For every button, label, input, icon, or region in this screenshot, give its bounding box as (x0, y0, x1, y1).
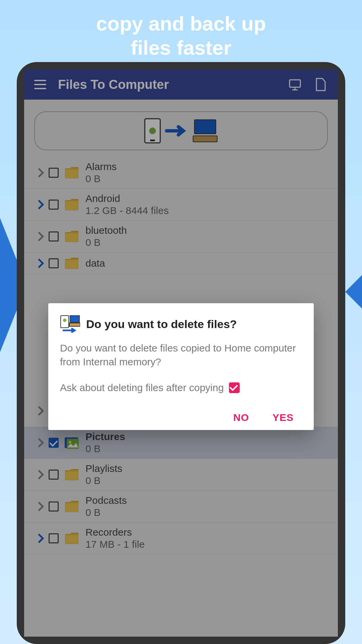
dialog-option-row[interactable]: Ask about deleting files after copying (60, 382, 302, 393)
phone-frame: Files To Computer Alarms 0 B (17, 62, 345, 644)
svg-point-20 (63, 319, 66, 322)
delete-dialog: Do you want to delete files? Do you want… (48, 303, 314, 430)
yes-button[interactable]: YES (273, 412, 294, 423)
promo-line-2: files faster (131, 37, 231, 59)
dialog-option-checkbox[interactable] (229, 382, 240, 393)
no-button[interactable]: NO (233, 412, 249, 423)
dialog-title: Do you want to delete files? (86, 318, 237, 331)
app-screen: Files To Computer Alarms 0 B (24, 69, 338, 637)
decorative-triangle-right (345, 275, 362, 309)
promo-line-1: copy and back up (96, 12, 266, 35)
dialog-transfer-icon (60, 315, 80, 333)
dialog-body: Do you want to delete files copied to Ho… (60, 341, 302, 369)
promo-headline: copy and back up files faster (0, 0, 362, 70)
svg-rect-22 (69, 323, 80, 326)
svg-rect-21 (70, 316, 79, 322)
dialog-option-label: Ask about deleting files after copying (60, 382, 224, 393)
